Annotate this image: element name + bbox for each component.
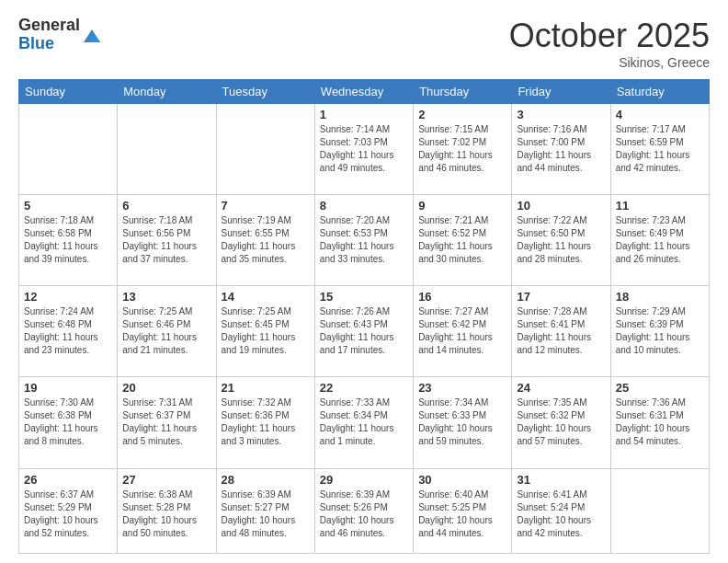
day-number: 16 bbox=[418, 290, 506, 304]
day-number: 27 bbox=[122, 473, 210, 487]
header-sunday: Sunday bbox=[19, 80, 118, 104]
subtitle: Sikinos, Greece bbox=[509, 55, 710, 70]
logo-text: General Blue bbox=[18, 17, 80, 53]
calendar-week-row: 19Sunrise: 7:30 AMSunset: 6:38 PMDayligh… bbox=[19, 377, 710, 468]
day-info: Sunrise: 7:32 AMSunset: 6:36 PMDaylight:… bbox=[222, 396, 310, 448]
day-number: 5 bbox=[24, 199, 112, 213]
day-info: Sunrise: 7:34 AMSunset: 6:33 PMDaylight:… bbox=[418, 396, 506, 448]
table-row: 2Sunrise: 7:15 AMSunset: 7:02 PMDaylight… bbox=[414, 104, 512, 195]
day-info: Sunrise: 7:28 AMSunset: 6:41 PMDaylight:… bbox=[517, 305, 605, 357]
day-info: Sunrise: 7:23 AMSunset: 6:49 PMDaylight:… bbox=[616, 214, 704, 266]
table-row: 7Sunrise: 7:19 AMSunset: 6:55 PMDaylight… bbox=[216, 195, 314, 286]
day-number: 13 bbox=[122, 290, 210, 304]
day-number: 4 bbox=[616, 108, 704, 121]
logo: General Blue bbox=[18, 17, 102, 53]
day-number: 2 bbox=[418, 108, 506, 121]
day-info: Sunrise: 6:37 AMSunset: 5:29 PMDaylight:… bbox=[24, 488, 112, 540]
day-number: 23 bbox=[418, 381, 506, 395]
day-info: Sunrise: 7:18 AMSunset: 6:58 PMDaylight:… bbox=[24, 214, 112, 266]
day-number: 15 bbox=[320, 290, 408, 304]
table-row: 19Sunrise: 7:30 AMSunset: 6:38 PMDayligh… bbox=[19, 377, 118, 468]
day-info: Sunrise: 7:26 AMSunset: 6:43 PMDaylight:… bbox=[320, 305, 408, 357]
logo-icon bbox=[82, 26, 102, 46]
table-row: 9Sunrise: 7:21 AMSunset: 6:52 PMDaylight… bbox=[414, 195, 512, 286]
page: General Blue October 2025 Sikinos, Greec… bbox=[0, 0, 728, 563]
day-info: Sunrise: 7:15 AMSunset: 7:02 PMDaylight:… bbox=[418, 123, 506, 175]
table-row: 4Sunrise: 7:17 AMSunset: 6:59 PMDaylight… bbox=[610, 104, 709, 195]
table-row: 11Sunrise: 7:23 AMSunset: 6:49 PMDayligh… bbox=[610, 195, 709, 286]
table-row: 24Sunrise: 7:35 AMSunset: 6:32 PMDayligh… bbox=[512, 377, 610, 468]
calendar-header-row: Sunday Monday Tuesday Wednesday Thursday… bbox=[19, 80, 710, 104]
day-number: 11 bbox=[616, 199, 704, 213]
day-info: Sunrise: 7:19 AMSunset: 6:55 PMDaylight:… bbox=[222, 214, 310, 266]
header-wednesday: Wednesday bbox=[314, 80, 413, 104]
table-row bbox=[118, 104, 216, 195]
month-title: October 2025 bbox=[509, 17, 710, 55]
calendar-week-row: 5Sunrise: 7:18 AMSunset: 6:58 PMDaylight… bbox=[19, 195, 710, 286]
day-info: Sunrise: 6:39 AMSunset: 5:26 PMDaylight:… bbox=[320, 488, 408, 540]
header-thursday: Thursday bbox=[414, 80, 512, 104]
day-info: Sunrise: 7:20 AMSunset: 6:53 PMDaylight:… bbox=[320, 214, 408, 266]
table-row bbox=[19, 104, 118, 195]
day-number: 18 bbox=[616, 290, 704, 304]
table-row: 28Sunrise: 6:39 AMSunset: 5:27 PMDayligh… bbox=[216, 468, 314, 553]
day-info: Sunrise: 7:24 AMSunset: 6:48 PMDaylight:… bbox=[24, 305, 112, 357]
day-info: Sunrise: 7:14 AMSunset: 7:03 PMDaylight:… bbox=[320, 123, 408, 175]
day-info: Sunrise: 6:41 AMSunset: 5:24 PMDaylight:… bbox=[517, 488, 605, 540]
day-number: 3 bbox=[517, 108, 605, 121]
day-number: 14 bbox=[222, 290, 310, 304]
table-row: 15Sunrise: 7:26 AMSunset: 6:43 PMDayligh… bbox=[314, 286, 413, 377]
title-block: October 2025 Sikinos, Greece bbox=[509, 17, 710, 70]
table-row: 30Sunrise: 6:40 AMSunset: 5:25 PMDayligh… bbox=[414, 468, 512, 553]
calendar-week-row: 12Sunrise: 7:24 AMSunset: 6:48 PMDayligh… bbox=[19, 286, 710, 377]
table-row: 5Sunrise: 7:18 AMSunset: 6:58 PMDaylight… bbox=[19, 195, 118, 286]
table-row: 13Sunrise: 7:25 AMSunset: 6:46 PMDayligh… bbox=[118, 286, 216, 377]
table-row: 17Sunrise: 7:28 AMSunset: 6:41 PMDayligh… bbox=[512, 286, 610, 377]
day-info: Sunrise: 7:16 AMSunset: 7:00 PMDaylight:… bbox=[517, 123, 605, 175]
day-number: 21 bbox=[222, 381, 310, 395]
logo-blue: Blue bbox=[18, 35, 80, 53]
day-info: Sunrise: 7:25 AMSunset: 6:45 PMDaylight:… bbox=[222, 305, 310, 357]
table-row: 25Sunrise: 7:36 AMSunset: 6:31 PMDayligh… bbox=[610, 377, 709, 468]
day-info: Sunrise: 7:18 AMSunset: 6:56 PMDaylight:… bbox=[122, 214, 210, 266]
day-info: Sunrise: 7:25 AMSunset: 6:46 PMDaylight:… bbox=[122, 305, 210, 357]
header-tuesday: Tuesday bbox=[216, 80, 314, 104]
day-number: 10 bbox=[517, 199, 605, 213]
table-row: 31Sunrise: 6:41 AMSunset: 5:24 PMDayligh… bbox=[512, 468, 610, 553]
day-info: Sunrise: 7:30 AMSunset: 6:38 PMDaylight:… bbox=[24, 396, 112, 448]
day-number: 25 bbox=[616, 381, 704, 395]
table-row: 29Sunrise: 6:39 AMSunset: 5:26 PMDayligh… bbox=[314, 468, 413, 553]
day-info: Sunrise: 7:31 AMSunset: 6:37 PMDaylight:… bbox=[122, 396, 210, 448]
table-row: 1Sunrise: 7:14 AMSunset: 7:03 PMDaylight… bbox=[314, 104, 413, 195]
table-row bbox=[610, 468, 709, 553]
table-row: 14Sunrise: 7:25 AMSunset: 6:45 PMDayligh… bbox=[216, 286, 314, 377]
day-number: 24 bbox=[517, 381, 605, 395]
table-row: 8Sunrise: 7:20 AMSunset: 6:53 PMDaylight… bbox=[314, 195, 413, 286]
day-number: 26 bbox=[24, 473, 112, 487]
table-row: 18Sunrise: 7:29 AMSunset: 6:39 PMDayligh… bbox=[610, 286, 709, 377]
calendar-week-row: 26Sunrise: 6:37 AMSunset: 5:29 PMDayligh… bbox=[19, 468, 710, 553]
day-number: 28 bbox=[222, 473, 310, 487]
day-number: 6 bbox=[122, 199, 210, 213]
day-number: 30 bbox=[418, 473, 506, 487]
table-row: 22Sunrise: 7:33 AMSunset: 6:34 PMDayligh… bbox=[314, 377, 413, 468]
day-number: 19 bbox=[24, 381, 112, 395]
logo-general: General bbox=[18, 17, 80, 35]
day-info: Sunrise: 7:21 AMSunset: 6:52 PMDaylight:… bbox=[418, 214, 506, 266]
header-monday: Monday bbox=[118, 80, 216, 104]
table-row: 26Sunrise: 6:37 AMSunset: 5:29 PMDayligh… bbox=[19, 468, 118, 553]
table-row: 16Sunrise: 7:27 AMSunset: 6:42 PMDayligh… bbox=[414, 286, 512, 377]
day-info: Sunrise: 6:38 AMSunset: 5:28 PMDaylight:… bbox=[122, 488, 210, 540]
day-number: 29 bbox=[320, 473, 408, 487]
day-info: Sunrise: 6:39 AMSunset: 5:27 PMDaylight:… bbox=[222, 488, 310, 540]
day-number: 12 bbox=[24, 290, 112, 304]
calendar-table: Sunday Monday Tuesday Wednesday Thursday… bbox=[18, 79, 710, 554]
day-number: 17 bbox=[517, 290, 605, 304]
day-info: Sunrise: 6:40 AMSunset: 5:25 PMDaylight:… bbox=[418, 488, 506, 540]
table-row: 6Sunrise: 7:18 AMSunset: 6:56 PMDaylight… bbox=[118, 195, 216, 286]
day-number: 9 bbox=[418, 199, 506, 213]
calendar-week-row: 1Sunrise: 7:14 AMSunset: 7:03 PMDaylight… bbox=[19, 104, 710, 195]
day-number: 7 bbox=[222, 199, 310, 213]
day-info: Sunrise: 7:29 AMSunset: 6:39 PMDaylight:… bbox=[616, 305, 704, 357]
day-number: 20 bbox=[122, 381, 210, 395]
